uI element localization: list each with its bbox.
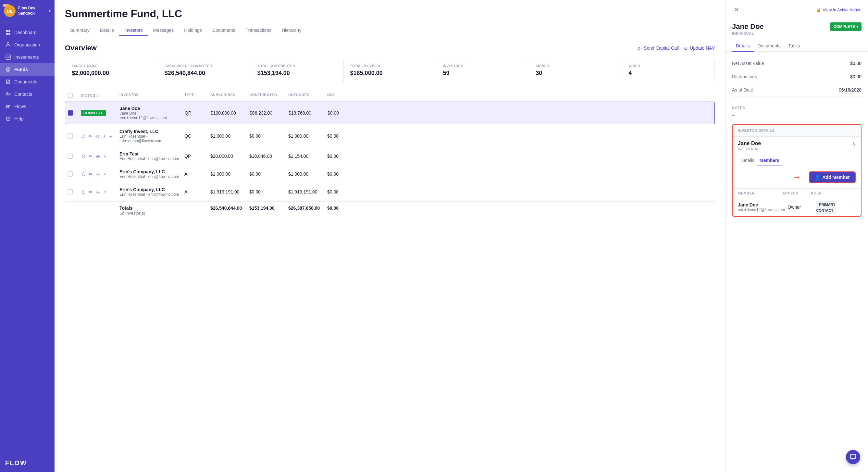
close-button[interactable]: ✕ <box>732 5 741 14</box>
svg-rect-3 <box>8 33 10 35</box>
sidebar-label-help: Help <box>14 116 24 121</box>
chevron-down-icon: ▾ <box>856 24 858 29</box>
row-checkbox[interactable] <box>65 171 78 177</box>
row-checkbox[interactable] <box>65 189 78 194</box>
overview-header: Overview ▷ Send Capital Call ⊙ Update NA… <box>65 44 715 52</box>
chat-button[interactable] <box>846 450 860 464</box>
copy-icon: ⬡ <box>81 153 86 159</box>
table-row[interactable]: ⬡ ✏ ◎ ✦ Erin Test Erin Rosenthal · erin@… <box>65 147 715 165</box>
view-admin-link[interactable]: 🔒 View in Active Admin <box>816 7 862 12</box>
member-role: PRIMARY CONTACT <box>816 201 848 213</box>
edit-icon: ✏ <box>88 189 93 195</box>
row-subscribed: $1,919,191.00 <box>208 189 247 194</box>
sidebar-item-documents[interactable]: Documents <box>0 76 55 88</box>
send-capital-call-button[interactable]: ▷ Send Capital Call <box>638 45 679 51</box>
sidebar-item-dashboard[interactable]: Dashboard <box>0 26 55 39</box>
sidebar-item-contacts[interactable]: Contacts <box>0 88 55 100</box>
totals-investors: Totals 59 Investor(s) <box>117 206 182 216</box>
row-unfunded: $1,919,191.00 <box>286 189 324 194</box>
row-type: AI <box>182 171 208 177</box>
tab-documents[interactable]: Documents <box>207 25 241 36</box>
row-contributed: $0.00 <box>247 171 286 177</box>
svg-point-9 <box>8 120 8 120</box>
member-name: Jane Doe <box>738 202 785 208</box>
investors-table: Status ↓ Investor Type Subscribed Contri… <box>65 90 715 219</box>
row-status: ⬡ ✏ ◎ ✦ <box>78 189 117 195</box>
row-contributed: $86,232.00 <box>247 111 286 116</box>
row-subscribed: $100,000.00 <box>208 111 247 116</box>
th-investor: Investor <box>117 93 182 98</box>
sidebar-item-help[interactable]: Help <box>0 113 55 125</box>
capital-call-icon: ▷ <box>638 45 642 51</box>
row-subscribed: $20,000.00 <box>208 154 247 159</box>
main-content: Summertime Fund, LLC Summary Details Inv… <box>55 0 725 472</box>
circle-icon: ◎ <box>95 189 101 195</box>
row-contributed: $0.00 <box>247 189 286 194</box>
stats-bar: Target Raise $2,000,000.00 Subscribed / … <box>65 59 715 82</box>
page-tabs: Summary Details Investors Messages Holdi… <box>65 25 715 36</box>
chevron-up-icon[interactable]: ∧ <box>852 140 856 147</box>
row-checkbox[interactable] <box>65 133 78 138</box>
svg-rect-2 <box>6 33 8 35</box>
add-member-button[interactable]: 👤 Add Member <box>809 171 856 183</box>
row-action-icons: ⬡ ✏ ◎ ✦ ✓ <box>81 133 114 139</box>
investor-detail-info: Jane Doe INDIVIDUAL <box>738 140 761 151</box>
sidebar-label-investments: Investments <box>14 55 39 60</box>
svg-rect-1 <box>8 30 10 32</box>
tab-investors[interactable]: Investors <box>119 25 148 36</box>
tab-messages[interactable]: Messages <box>148 25 179 36</box>
organization-icon <box>5 42 11 48</box>
sidebar-item-organization[interactable]: Organization <box>0 39 55 51</box>
member-row: Jane Doe erin+demo12@flowinc.com Owner P… <box>733 198 861 216</box>
investor-inner-tab-members[interactable]: Members <box>757 155 782 166</box>
row-contributed: $0.00 <box>247 133 286 138</box>
select-all-checkbox[interactable] <box>67 93 73 98</box>
tab-hierarchy[interactable]: Hierarchy <box>277 25 306 36</box>
table-row[interactable]: ⬡ ✏ ◎ ✦ Erin's Company, LLC Erin Rosenth… <box>65 165 715 183</box>
chevron-down-icon: ▾ <box>49 9 51 13</box>
table-row[interactable]: ⬡ ✏ ◎ ✦ Erin's Company, LLC Erin Rosenth… <box>65 183 715 201</box>
org-switcher[interactable]: PRO DE Flow Dev Sandbox ▾ <box>0 0 55 22</box>
row-subscribed: $1,000.00 <box>208 133 247 138</box>
update-nav-button[interactable]: ⊙ Update NAV <box>684 45 715 51</box>
investor-inner-tab-details[interactable]: Details <box>738 155 757 166</box>
member-role-badge: PRIMARY CONTACT <box>816 201 836 214</box>
member-options-button[interactable]: ⋮ <box>851 203 861 211</box>
table-row[interactable]: ⬡ ✏ ◎ ✦ ✓ Crafty Invest, LLC Erin Rosent… <box>65 125 715 147</box>
panel-tab-details[interactable]: Details <box>732 40 754 52</box>
row-unfunded: $1,000.00 <box>286 133 324 138</box>
leaf-icon: ✦ <box>102 133 107 139</box>
copy-icon: ⬡ <box>81 133 86 139</box>
sidebar-nav: Dashboard Organization Investments <box>0 22 55 454</box>
sidebar-item-flows[interactable]: Flows <box>0 100 55 113</box>
sidebar-label-documents: Documents <box>14 79 37 85</box>
th-unfunded: Unfunded <box>286 93 324 98</box>
tab-holdings[interactable]: Holdings <box>179 25 207 36</box>
row-investor: Erin's Company, LLC Erin Rosenthal · eri… <box>117 169 182 179</box>
panel-tab-documents[interactable]: Documents <box>754 40 784 52</box>
panel-tab-tasks[interactable]: Tasks <box>784 40 804 52</box>
row-unfunded: $1,154.00 <box>286 154 324 159</box>
table-row[interactable]: COMPLETE Jane Doe Jane Doe · erin+demo12… <box>65 102 715 124</box>
page-header: Summertime Fund, LLC Summary Details Inv… <box>55 0 725 36</box>
row-investor: Erin Test Erin Rosenthal · erin@flowinc.… <box>117 151 182 161</box>
table-header: Status ↓ Investor Type Subscribed Contri… <box>65 90 715 101</box>
investor-detail-name: Jane Doe <box>738 140 761 147</box>
row-checkbox[interactable] <box>65 111 78 116</box>
stat-received: Total Received $165,000.00 <box>344 59 437 82</box>
sidebar-item-investments[interactable]: Investments <box>0 51 55 63</box>
row-checkbox[interactable] <box>65 154 78 159</box>
tab-details[interactable]: Details <box>95 25 119 36</box>
row-action-icons: ⬡ ✏ ◎ ✦ <box>81 189 114 195</box>
add-member-icon: 👤 <box>815 175 820 180</box>
stat-subscribed: Subscribed / Committed $26,540,844.00 <box>158 59 251 82</box>
edit-icon: ✏ <box>88 153 93 159</box>
sidebar-item-funds[interactable]: Funds <box>0 63 55 76</box>
tab-summary[interactable]: Summary <box>65 25 95 36</box>
th-nav: NAV <box>324 93 357 98</box>
org-name: Flow Dev Sandbox <box>18 6 48 16</box>
tab-transactions[interactable]: Transactions <box>241 25 277 36</box>
row-status: ⬡ ✏ ◎ ✦ <box>78 153 117 159</box>
row-type: QC <box>182 133 208 138</box>
panel-investor-type: INDIVIDUAL <box>732 31 764 35</box>
